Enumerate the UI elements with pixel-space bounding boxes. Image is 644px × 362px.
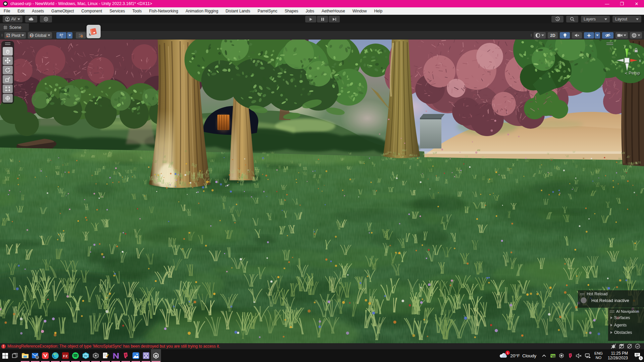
- rect-tool-button[interactable]: [3, 84, 13, 93]
- gizmo-center-cube[interactable]: [625, 58, 629, 63]
- console-error-message[interactable]: MissingReferenceException: The object of…: [7, 344, 220, 349]
- undo-history-button[interactable]: [551, 16, 564, 22]
- pause-button[interactable]: [317, 16, 328, 22]
- ai-nav-row-surfaces[interactable]: Surfaces: [608, 314, 644, 321]
- hand-tool-button[interactable]: [3, 47, 13, 56]
- taskbar-app-filezilla[interactable]: FZ: [60, 349, 70, 362]
- gizmos-dropdown[interactable]: [630, 32, 642, 39]
- floating-overlay-tool[interactable]: [87, 25, 101, 38]
- grid-snap-toggle[interactable]: Y: [56, 32, 66, 39]
- taskbar-app-vivaldi[interactable]: [40, 349, 50, 362]
- svg-text:Dv: Dv: [84, 354, 87, 357]
- menu-assets[interactable]: Assets: [28, 7, 48, 15]
- panel-drag-handle[interactable]: [610, 311, 614, 312]
- tray-unity-icon[interactable]: [557, 349, 566, 362]
- cache-disabled-icon[interactable]: [619, 344, 625, 349]
- search-button[interactable]: [566, 16, 578, 22]
- scene-lighting-toggle[interactable]: [560, 32, 570, 39]
- close-button[interactable]: ✕: [629, 0, 644, 7]
- tray-q-icon[interactable]: [566, 349, 575, 362]
- scene-viewport[interactable]: y x ≺ Persp Hot Reload Hot Reload inacti…: [0, 40, 644, 343]
- taskbar-app-devapp[interactable]: Dv: [80, 349, 91, 362]
- network-icon[interactable]: [583, 349, 592, 362]
- scene-visibility-toggle[interactable]: [602, 32, 613, 39]
- menu-tools[interactable]: Tools: [128, 7, 145, 15]
- taskbar-app-photos[interactable]: [131, 349, 141, 362]
- menu-fish-networking[interactable]: Fish-Networking: [145, 7, 182, 15]
- taskbar-app-unity[interactable]: [151, 349, 161, 362]
- tab-scene[interactable]: Scene: [0, 23, 29, 31]
- taskbar-app-taskview[interactable]: [10, 349, 20, 362]
- notification-center-button[interactable]: 1: [631, 349, 644, 362]
- ai-nav-row-obstacles[interactable]: Obstacles: [608, 329, 644, 336]
- gizmo-persp-label[interactable]: ≺ Persp: [625, 70, 640, 75]
- taskbar-app-spotify[interactable]: [70, 349, 80, 362]
- layout-dropdown[interactable]: Layout: [612, 16, 641, 22]
- taskbar-app-qapp[interactable]: [121, 349, 131, 362]
- transform-tool-button[interactable]: [3, 94, 13, 103]
- menu-component[interactable]: Component: [77, 7, 106, 15]
- global-dropdown[interactable]: Global: [28, 32, 52, 39]
- menu-distant-lands[interactable]: Distant Lands: [222, 7, 254, 15]
- hot-reload-toggle[interactable]: [581, 297, 587, 303]
- pivot-dropdown[interactable]: Pivot: [4, 32, 26, 39]
- restore-button[interactable]: ❐: [614, 0, 629, 7]
- tray-gpu-icon[interactable]: [548, 349, 557, 362]
- taskbar-app-mail[interactable]: 13: [30, 349, 40, 362]
- check-status-icon[interactable]: [635, 344, 641, 349]
- menu-parrelsync[interactable]: ParrelSync: [254, 7, 281, 15]
- shading-mode-dropdown[interactable]: [534, 32, 546, 39]
- debugger-disabled-icon[interactable]: [610, 344, 616, 349]
- menu-window[interactable]: Window: [349, 7, 371, 15]
- language-indicator[interactable]: ENGNO: [592, 351, 605, 360]
- palette-drag-handle[interactable]: [5, 43, 10, 45]
- ai-nav-row-agents[interactable]: Agents: [608, 321, 644, 329]
- menu-gameobject[interactable]: GameObject: [48, 7, 77, 15]
- rotate-tool-button[interactable]: [3, 66, 13, 74]
- panel-drag-handle[interactable]: [580, 293, 585, 295]
- step-button[interactable]: [329, 16, 340, 22]
- taskbar-app-notes[interactable]: [101, 349, 111, 362]
- taskbar-app-start[interactable]: [0, 349, 10, 362]
- play-button[interactable]: [305, 16, 316, 22]
- gizmo-neg-x-axis[interactable]: [616, 59, 624, 62]
- layers-dropdown[interactable]: Layers: [581, 16, 610, 22]
- menu-jobs[interactable]: Jobs: [302, 7, 318, 15]
- gizmo-neg-y-axis[interactable]: [626, 63, 629, 71]
- cloud-button[interactable]: [25, 16, 37, 22]
- menu-file[interactable]: File: [0, 7, 14, 15]
- taskbar-app-pixel[interactable]: [141, 349, 151, 362]
- window-title: chased-urp - NewWorld - Windows, Mac, Li…: [10, 1, 152, 6]
- effects-toggle[interactable]: [584, 32, 594, 39]
- orientation-gizmo[interactable]: y x: [610, 43, 641, 83]
- collab-disabled-icon[interactable]: [627, 344, 633, 349]
- taskbar-app-unityhub[interactable]: [91, 349, 101, 362]
- grid-snap-dropdown[interactable]: [67, 32, 72, 39]
- taskbar-weather[interactable]: 1 20°F Cloudy: [496, 352, 540, 359]
- account-button[interactable]: AV: [3, 16, 22, 22]
- tray-expand-chevron[interactable]: [540, 349, 548, 362]
- menu-shapes[interactable]: Shapes: [281, 7, 302, 15]
- menu-aetherhouse[interactable]: AetherHouse: [318, 7, 349, 15]
- move-tool-button[interactable]: [3, 56, 13, 65]
- lock-icon[interactable]: [635, 48, 638, 52]
- taskbar-app-edge[interactable]: [50, 349, 60, 362]
- taskbar-app-explorer[interactable]: [20, 349, 30, 362]
- menu-services[interactable]: Services: [106, 7, 128, 15]
- 2d-mode-toggle[interactable]: 2D: [548, 32, 558, 39]
- scene-camera-dropdown[interactable]: [615, 32, 628, 39]
- menu-edit[interactable]: Edit: [14, 7, 28, 15]
- menu-animation-rigging[interactable]: Animation Rigging: [182, 7, 222, 15]
- minimize-button[interactable]: —: [600, 0, 614, 7]
- scale-tool-button[interactable]: [3, 75, 13, 84]
- taskbar-app-purplen[interactable]: [111, 349, 121, 362]
- snap-increment-toggle[interactable]: [76, 32, 86, 39]
- menu-help[interactable]: Help: [370, 7, 386, 15]
- version-control-button[interactable]: [40, 16, 52, 22]
- gizmo-y-axis[interactable]: [625, 49, 629, 58]
- volume-muted-icon[interactable]: [575, 349, 583, 362]
- taskbar-clock[interactable]: 11:25 PM12/28/2023: [605, 351, 631, 360]
- scene-audio-toggle[interactable]: [572, 32, 582, 39]
- gizmo-x-axis[interactable]: [630, 59, 638, 62]
- effects-dropdown[interactable]: [595, 32, 600, 39]
